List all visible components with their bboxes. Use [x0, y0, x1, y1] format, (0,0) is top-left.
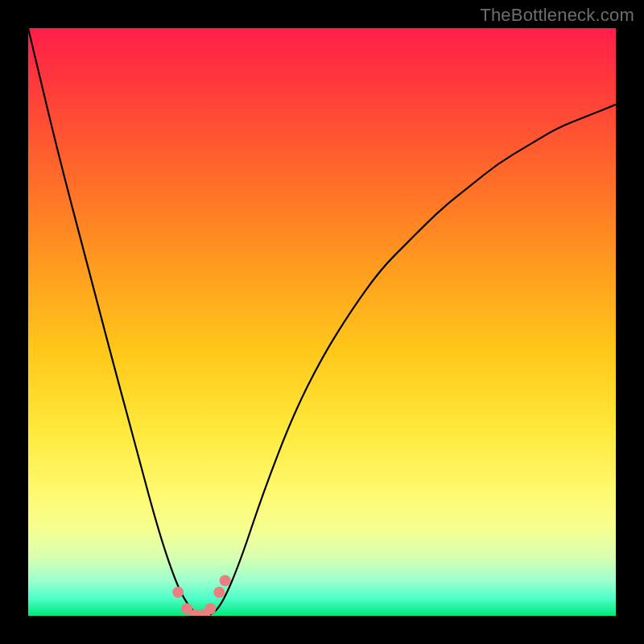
plot-area — [28, 28, 616, 616]
watermark-text: TheBottleneck.com — [480, 5, 634, 26]
chart-frame: TheBottleneck.com — [0, 0, 644, 644]
curve-marker — [172, 587, 184, 598]
bottleneck-curve-svg — [28, 28, 616, 616]
curve-marker — [204, 603, 216, 614]
bottleneck-curve — [28, 28, 616, 616]
curve-markers — [172, 575, 230, 616]
curve-marker — [213, 587, 225, 598]
curve-marker — [220, 575, 231, 586]
